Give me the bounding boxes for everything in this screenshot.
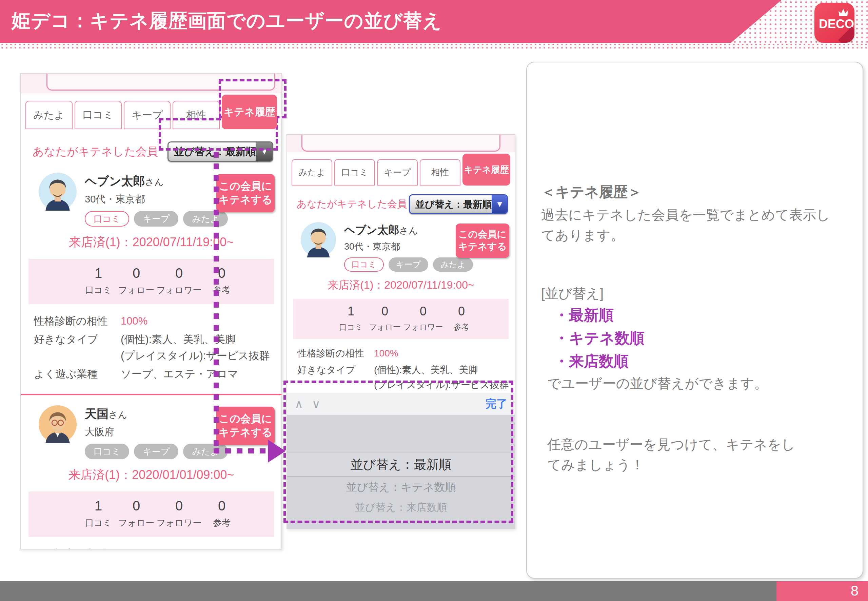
explanation-panel: ＜キテネ履歴＞ 過去にキテネした会員を一覧でまとめて表示してあります。 [並び替…	[526, 62, 863, 579]
panel-sort-option-kitene-count: ・キテネ数順	[541, 326, 853, 350]
panel-sort-label: [並び替え]	[541, 283, 853, 304]
member-details: 性格診断の相性- 好きなタイプ(個性):素人、美乳、美脚	[34, 546, 275, 549]
page-title: 姫デコ：キテネ履歴画面でのユーザーの並び替え	[12, 8, 442, 34]
card-divider	[21, 394, 282, 395]
picker-option-kitene-count[interactable]: 並び替え：キテネ数順	[287, 477, 515, 497]
member-name: 天国さん	[85, 406, 228, 422]
badge-keep: キープ	[134, 211, 178, 227]
tab-keep[interactable]: キープ	[377, 159, 418, 186]
search-box-partial[interactable]	[46, 73, 275, 90]
search-bar-strip	[287, 135, 515, 152]
avatar-heaven-taro[interactable]	[39, 172, 77, 211]
sort-dropdown-focused[interactable]: 並び替え：最新順 ▼	[409, 194, 508, 214]
tab-mitayo[interactable]: みたよ	[26, 101, 73, 129]
badge-mitayo: みたよ	[433, 258, 473, 272]
slide-header: 姫デコ：キテネ履歴画面でのユーザーの並び替え	[0, 0, 868, 43]
avatar-heaven-taro[interactable]	[301, 222, 336, 258]
panel-body-3: 任意のユーザーを見つけて、キテネをしてみましょう！	[541, 434, 809, 475]
chevron-up-icon[interactable]: ∧	[295, 397, 303, 411]
footer-bar	[0, 581, 868, 601]
tab-kitene-history[interactable]: キテネ履歴	[222, 95, 277, 129]
member-badges: 口コミ キープ みたよ	[344, 258, 473, 272]
member-badges: 口コミ キープ みたよ	[85, 444, 228, 459]
visit-status: 来店済(1)：2020/07/11/19:00~	[21, 234, 282, 251]
picker-option-visit-count[interactable]: 並び替え：来店数順	[287, 497, 515, 517]
panel-sort-option-latest: ・最新順	[541, 304, 853, 326]
header-dotted-divider	[0, 43, 868, 50]
sort-dropdown-value: 並び替え：最新順	[410, 195, 492, 213]
badge-mitayo: みたよ	[183, 211, 228, 227]
crown-icon	[838, 8, 850, 18]
member-name: ヘブン太郎さん	[344, 223, 473, 238]
tab-aisyou[interactable]: 相性	[420, 159, 460, 186]
dropdown-arrow-icon: ▼	[496, 200, 504, 209]
picker-wheel[interactable]: 並び替え：最新順 並び替え：キテネ数順 並び替え：来店数順	[287, 415, 515, 528]
chevron-down-icon[interactable]: ∨	[312, 397, 320, 411]
tab-aisyou[interactable]: 相性	[172, 101, 220, 129]
member-meta: 30代・東京都	[344, 241, 473, 253]
badge-keep: キープ	[134, 444, 178, 459]
visit-status: 来店済(1)：2020/07/11/19:00~	[287, 278, 515, 293]
picker-toolbar: ∧ ∨ 完了	[287, 393, 515, 415]
panel-sort-option-visit-count: ・来店数順	[541, 350, 853, 373]
tab-kuchikomi[interactable]: 口コミ	[75, 101, 122, 129]
search-bar-strip	[21, 73, 282, 93]
deco-app-logo: DECO	[815, 3, 854, 43]
badge-kuchikomi: 口コミ	[344, 258, 384, 272]
visit-status: 来店済(1)：2020/01/01/09:00~	[21, 467, 282, 483]
avatar-tengoku[interactable]	[39, 405, 77, 443]
tab-kitene-history[interactable]: キテネ履歴	[463, 154, 510, 186]
connector-horizontal-dotted-line	[213, 448, 268, 453]
member-stats: 1口コミ 0フォロー 0フォロワー 0参考	[29, 259, 274, 304]
tab-kuchikomi[interactable]: 口コミ	[334, 159, 375, 186]
dropdown-arrow-icon: ▼	[260, 147, 268, 156]
picker-option-selected[interactable]: 並び替え：最新順	[287, 452, 515, 477]
member-card-header: ヘブン太郎さん 30代・東京都 口コミ キープ みたよ この会員に キテネする	[301, 222, 509, 272]
screenshot-sort-picker-open: みたよ 口コミ キープ 相性 キテネ履歴 あなたがキテネした会員 並び替え：最新…	[286, 134, 515, 529]
list-title: あなたがキテネした会員	[32, 144, 158, 159]
badge-kuchikomi: 口コミ	[85, 211, 129, 227]
connector-vertical-dotted-line	[213, 152, 219, 453]
panel-body-2: でユーザーの並び替えができます。	[541, 373, 853, 394]
tab-keep[interactable]: キープ	[124, 101, 171, 129]
kitene-this-member-button[interactable]: この会員に キテネする	[456, 224, 509, 258]
tab-mitayo[interactable]: みたよ	[292, 159, 332, 186]
member-badges: 口コミ キープ みたよ	[85, 211, 228, 227]
search-box-partial[interactable]	[302, 134, 501, 152]
member-stats: 1口コミ 0フォロー 0フォロワー 0参考	[293, 299, 509, 339]
kitene-this-member-button[interactable]: この会員に キテネする	[216, 174, 275, 212]
panel-heading: ＜キテネ履歴＞	[541, 181, 853, 203]
sort-dropdown-value: 並び替え：最新順	[169, 142, 256, 161]
badge-kuchikomi: 口コミ	[85, 444, 129, 459]
page-number: 8	[777, 581, 868, 601]
panel-body-1: 過去にキテネした会員を一覧でまとめて表示してあります。	[541, 204, 839, 245]
connector-arrowhead-icon	[268, 439, 285, 463]
member-details: 性格診断の相性100% 好きなタイプ (個性):素人、美乳、美脚(プレイスタイル…	[34, 313, 275, 382]
sort-picker-sheet: ∧ ∨ 完了 並び替え：最新順 並び替え：キテネ数順 並び替え：来店数順	[287, 393, 515, 528]
kitene-this-member-button[interactable]: この会員に キテネする	[216, 407, 275, 445]
screenshot-kitene-history-list: みたよ 口コミ キープ 相性 キテネ履歴 あなたがキテネした会員 並び替え：最新…	[20, 73, 282, 549]
member-card-header: ヘブン太郎さん 30代・東京都 口コミ キープ みたよ この会員に キテネする	[39, 172, 275, 227]
member-name: ヘブン太郎さん	[85, 173, 228, 189]
tab-bar: みたよ 口コミ キープ 相性 キテネ履歴	[21, 97, 282, 129]
member-meta: 30代・東京都	[85, 193, 228, 206]
tab-bar: みたよ 口コミ キープ 相性 キテネ履歴	[287, 156, 515, 186]
member-stats: 1口コミ 0フォロー 0フォロワー 0参考	[29, 491, 274, 537]
sort-dropdown[interactable]: 並び替え：最新順 ▼	[168, 142, 273, 162]
list-title: あなたがキテネした会員	[297, 197, 407, 211]
member-meta: 大阪府	[85, 425, 228, 439]
badge-keep: キープ	[388, 258, 428, 272]
picker-done-button[interactable]: 完了	[486, 397, 507, 412]
